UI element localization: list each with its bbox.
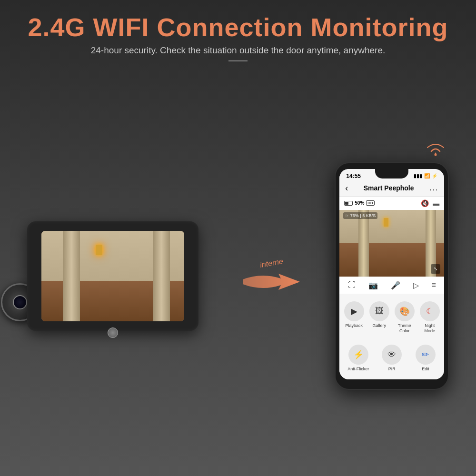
night-icon: ☾ [426, 306, 434, 317]
camera-lens [13, 295, 27, 309]
record-icon[interactable]: ▬ [433, 199, 439, 207]
edit-icon: ✏ [422, 349, 429, 360]
expand-icon[interactable]: ⤡ [431, 264, 440, 274]
porch-column-left [63, 231, 80, 321]
porch-column-right [153, 231, 170, 321]
theme-label: Theme Color [394, 323, 415, 334]
pir-icon-circle: 👁 [382, 345, 402, 365]
app-header[interactable]: ‹ Smart Peephole ... [339, 181, 444, 197]
theme-icon: 🎨 [399, 306, 410, 317]
video-icon: ▷ [413, 281, 419, 290]
anti-flicker-icon-circle: ⚡ [348, 345, 368, 365]
mic-button[interactable]: 🎤 [391, 281, 400, 290]
battery-percent: 50% [355, 200, 364, 206]
header-section: 2.4G WIFI Connection Monitoring 24-hour … [0, 0, 476, 61]
app-bottom-row: ⚡ Anti-Flicker 👁 PIR ✏ Edi [339, 341, 444, 379]
battery-icon: ⚡ [432, 173, 437, 178]
night-mode-button[interactable]: ☾ Night Mode [417, 298, 442, 337]
battery-body [344, 201, 353, 206]
anti-flicker-button[interactable]: ⚡ Anti-Flicker [341, 341, 375, 376]
edit-label: Edit [422, 367, 429, 372]
svg-point-0 [435, 153, 437, 156]
device-button [108, 327, 118, 338]
anti-flicker-icon: ⚡ [353, 349, 364, 360]
pir-button[interactable]: 👁 PIR [375, 341, 409, 376]
status-icons: ▮▮▮ 📶 ⚡ [414, 173, 437, 178]
playback-button[interactable]: ▶ Playback [341, 298, 367, 337]
cam-lamp [384, 218, 388, 227]
gallery-icon-circle: 🖼 [369, 301, 389, 321]
arrow-svg [243, 270, 300, 294]
phone-screen: 14:55 ▮▮▮ 📶 ⚡ ‹ Smart Peephole ... [339, 169, 444, 379]
back-button[interactable]: ‹ [345, 183, 348, 193]
arrow-container: interne [233, 259, 309, 294]
controls-row: ⛶ 📷 🎤 ▷ ≡ [339, 277, 444, 294]
cam-column-left [358, 210, 369, 277]
battery-hd-group: 50% HD [344, 200, 375, 206]
fullscreen-icon: ⛶ [348, 281, 356, 289]
edit-icon-circle: ✏ [416, 345, 436, 365]
wifi-signal-svg [423, 136, 449, 158]
content-area: interne [0, 76, 476, 476]
battery-fill [345, 202, 348, 205]
camera-icon: 📷 [368, 281, 378, 290]
signal-bars-icon: ▮▮▮ [414, 173, 422, 178]
main-title: 2.4G WIFI Connection Monitoring [0, 13, 476, 41]
porch-lamp [96, 245, 102, 255]
wifi-signal-area [423, 136, 449, 158]
snapshot-button[interactable]: 📷 [368, 281, 378, 290]
info-bar: 50% HD 🔇 ▬ [339, 197, 444, 210]
playback-label: Playback [346, 323, 363, 328]
more-options-button[interactable]: ... [429, 184, 438, 192]
divider [228, 60, 248, 61]
menu-button[interactable]: ≡ [431, 281, 436, 289]
playback-icon-circle: ▶ [344, 301, 364, 321]
wifi-signal-overlay: ☞ 76% | 5 KB/S [343, 212, 377, 219]
theme-icon-circle: 🎨 [395, 301, 415, 321]
night-label: Night Mode [419, 323, 440, 334]
smartphone-container: 14:55 ▮▮▮ 📶 ⚡ ‹ Smart Peephole ... [335, 162, 449, 390]
phone-notch [375, 169, 408, 178]
smartphone: 14:55 ▮▮▮ 📶 ⚡ ‹ Smart Peephole ... [335, 162, 449, 390]
battery-icon [344, 201, 353, 206]
device-body [27, 221, 198, 331]
camera-feed: ☞ 76% | 5 KB/S ⤡ [339, 210, 444, 277]
sound-record-icons: 🔇 ▬ [421, 199, 439, 207]
subtitle: 24-hour security. Check the situation ou… [0, 45, 476, 56]
edit-button[interactable]: ✏ Edit [409, 341, 443, 376]
arrow-shape [243, 270, 300, 294]
door-viewer-device [27, 221, 208, 331]
fullscreen-button[interactable]: ⛶ [348, 281, 356, 289]
pir-icon: 👁 [387, 350, 396, 360]
pir-label: PIR [388, 367, 396, 372]
app-grid: ▶ Playback 🖼 Gallery 🎨 Th [339, 294, 444, 341]
theme-color-button[interactable]: 🎨 Theme Color [392, 298, 417, 337]
cam-porch-scene [339, 210, 444, 277]
wifi-icon: 📶 [424, 173, 430, 178]
porch-scene [41, 231, 184, 321]
device-screen [41, 231, 184, 321]
gallery-icon: 🖼 [375, 306, 384, 316]
internet-label: interne [259, 257, 283, 269]
mute-icon[interactable]: 🔇 [421, 199, 429, 207]
video-button[interactable]: ▷ [413, 281, 419, 290]
night-icon-circle: ☾ [420, 301, 440, 321]
menu-icon: ≡ [431, 281, 436, 289]
mic-icon: 🎤 [391, 281, 400, 290]
status-time: 14:55 [346, 173, 361, 179]
app-title: Smart Peephole [364, 184, 414, 192]
hd-badge: HD [366, 200, 375, 206]
gallery-label: Gallery [373, 323, 387, 328]
gallery-button[interactable]: 🖼 Gallery [367, 298, 392, 337]
playback-icon: ▶ [351, 306, 357, 317]
anti-flicker-label: Anti-Flicker [347, 367, 369, 372]
